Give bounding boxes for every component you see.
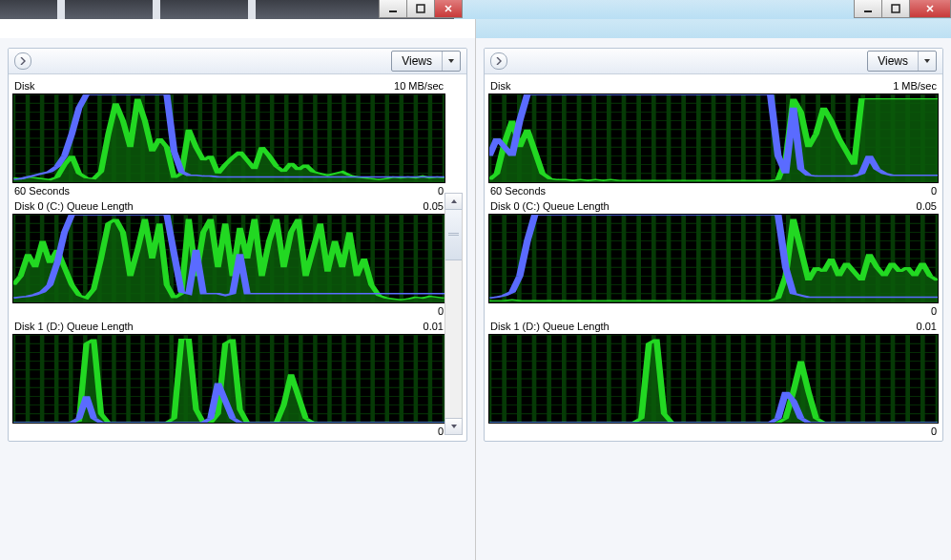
panel-header: Views xyxy=(485,49,942,74)
pane-left: Views Disk 10 MB/sec 60 Seconds 0 xyxy=(0,19,476,560)
svg-rect-0 xyxy=(389,10,397,12)
chevron-right-icon xyxy=(495,57,503,65)
x-axis-right: 0 xyxy=(931,185,937,197)
disk0-queue-chart xyxy=(488,214,939,303)
chart-scale: 0.01 xyxy=(917,321,937,332)
close-button[interactable] xyxy=(434,0,463,18)
minimize-button[interactable] xyxy=(854,0,882,18)
x-axis-left: 60 Seconds xyxy=(490,185,546,197)
disk1-queue-chart xyxy=(12,334,445,424)
views-button[interactable]: Views xyxy=(391,51,461,72)
charts-area: Disk 10 MB/sec 60 Seconds 0 Disk 0 (C:) … xyxy=(9,74,466,441)
chart-title: Disk 0 (C:) Queue Length xyxy=(490,200,610,212)
chevron-down-icon xyxy=(447,57,455,65)
views-label: Views xyxy=(392,54,442,68)
chart-title: Disk 0 (C:) Queue Length xyxy=(14,200,134,212)
disk0-queue-chart xyxy=(12,214,445,303)
chevron-down-icon xyxy=(923,57,931,65)
svg-rect-3 xyxy=(892,5,899,12)
close-button[interactable] xyxy=(909,0,951,18)
minimize-button[interactable] xyxy=(379,0,407,18)
disk1-queue-chart xyxy=(488,334,939,424)
expand-button[interactable] xyxy=(14,52,31,70)
chart-title: Disk 1 (D:) Queue Length xyxy=(14,321,134,332)
maximize-button[interactable] xyxy=(406,0,435,18)
disk-chart xyxy=(488,93,939,183)
scroll-thumb[interactable] xyxy=(445,209,462,260)
scroll-up-button[interactable] xyxy=(444,193,463,210)
chart-title: Disk xyxy=(490,80,510,92)
window-buttons-left xyxy=(380,0,463,18)
views-button[interactable]: Views xyxy=(867,51,937,72)
chart-scale: 0.05 xyxy=(424,200,444,212)
titlebar-strip xyxy=(0,0,951,19)
chevron-down-icon xyxy=(450,423,458,430)
graphs-panel: Views Disk 10 MB/sec 60 Seconds 0 xyxy=(8,48,467,442)
chart-scale: 1 MB/sec xyxy=(893,80,937,92)
chart-title: Disk 1 (D:) Queue Length xyxy=(490,321,610,332)
panel-header: Views xyxy=(9,49,466,74)
chart-scale: 10 MB/sec xyxy=(394,80,444,92)
graphs-panel: Views Disk 1 MB/sec 60 Seconds 0 xyxy=(484,48,943,442)
scroll-down-button[interactable] xyxy=(444,418,463,435)
svg-rect-1 xyxy=(417,5,424,12)
views-label: Views xyxy=(868,54,918,68)
maximize-button[interactable] xyxy=(881,0,910,18)
window-buttons-right xyxy=(855,0,951,18)
x-axis-right: 0 xyxy=(438,305,444,317)
chart-title: Disk xyxy=(14,80,34,92)
views-dropdown[interactable] xyxy=(919,57,936,65)
x-axis-right: 0 xyxy=(931,425,937,437)
chevron-right-icon xyxy=(19,57,27,65)
pane-right: Views Disk 1 MB/sec 60 Seconds 0 xyxy=(476,19,951,560)
x-axis-left: 60 Seconds xyxy=(14,185,70,197)
chevron-up-icon xyxy=(450,197,458,205)
scrollbar[interactable] xyxy=(444,193,463,435)
charts-area: Disk 1 MB/sec 60 Seconds 0 Disk 0 (C:) Q… xyxy=(485,74,942,441)
chart-scale: 0.05 xyxy=(917,200,937,212)
disk-chart xyxy=(12,93,445,183)
chart-scale: 0.01 xyxy=(424,321,444,332)
x-axis-right: 0 xyxy=(931,305,937,317)
x-axis-right: 0 xyxy=(438,185,444,197)
svg-rect-2 xyxy=(864,10,872,12)
views-dropdown[interactable] xyxy=(443,57,460,65)
x-axis-right: 0 xyxy=(438,425,444,437)
expand-button[interactable] xyxy=(490,52,507,70)
